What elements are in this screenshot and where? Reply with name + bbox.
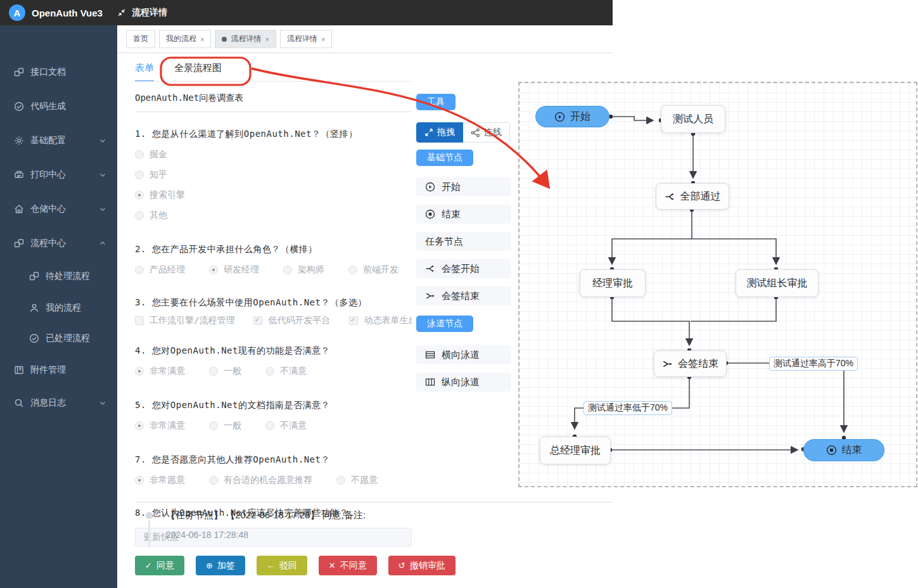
basic-nodes-badge: 基础节点 — [416, 150, 473, 166]
radio-icon — [135, 191, 144, 200]
timeline-date: 2024-06-18 17:28:48 — [166, 530, 248, 540]
question-label: 1. 您是从什么渠道了解到OpenAuth.Net？（竖排） — [135, 129, 415, 140]
revoke-approval-button[interactable]: ↺撤销审批 — [388, 556, 456, 575]
tag-home[interactable]: 首页 — [126, 30, 155, 48]
radio-option[interactable]: 非常满意 — [135, 420, 185, 431]
tag-flow-detail-active[interactable]: 流程详情× — [215, 30, 276, 48]
agree-button[interactable]: ✓同意 — [135, 556, 184, 575]
close-icon[interactable]: × — [200, 35, 204, 43]
sidebar-item-pending-flows[interactable]: 待处理流程 — [0, 267, 117, 285]
radio-option[interactable]: 非常愿意 — [135, 475, 185, 486]
sidebar-item-codegen[interactable]: 代码生成 — [0, 98, 117, 115]
palette-horizontal-lane[interactable]: 横向泳道 — [416, 345, 511, 364]
radio-option[interactable]: 一般 — [209, 420, 241, 431]
flow-canvas[interactable]: 开始 测试人员 全部通过 经理审批 测试组长审批 会签结束 总经理审批 结束 测… — [518, 82, 917, 487]
question-options: 工作流引擎/流程管理 低代码开发平台 动态表单生成 — [135, 315, 415, 326]
tab-flow-diagram[interactable]: 全景流程图 — [174, 62, 222, 82]
flow-node-manager-approve[interactable]: 经理审批 — [580, 269, 646, 297]
radio-option[interactable]: 其他 — [135, 210, 415, 221]
radio-option[interactable]: 架构师 — [283, 264, 324, 276]
connect-mode-button[interactable]: 连线 — [463, 122, 510, 143]
flow-node-tester[interactable]: 测试人员 — [661, 105, 725, 133]
radio-icon — [135, 170, 144, 179]
palette-start-node[interactable]: 开始 — [416, 177, 511, 196]
sidebar-item-processed-flows[interactable]: 已处理流程 — [0, 329, 117, 347]
sidebar-item-api-docs[interactable]: 接口文档 — [0, 63, 117, 81]
radio-option[interactable]: 产品经理 — [135, 264, 185, 276]
radio-option[interactable]: 研发经理 — [209, 264, 259, 276]
play-circle-icon — [554, 112, 565, 122]
sidebar-item-message-log[interactable]: 消息日志 — [0, 394, 117, 412]
merge-icon — [662, 359, 673, 369]
palette-task-node[interactable]: 任务节点 — [416, 232, 511, 251]
flow-node-end[interactable]: 结束 — [803, 439, 884, 461]
checkbox-icon — [253, 316, 262, 325]
checkbox-option[interactable]: 工作流引擎/流程管理 — [135, 315, 234, 326]
lane-nodes-badge: 泳道节点 — [416, 316, 473, 332]
radio-option[interactable]: 知乎 — [135, 169, 415, 181]
check-circle-icon — [14, 101, 24, 112]
close-icon[interactable]: × — [321, 35, 325, 43]
radio-icon — [135, 150, 144, 159]
book-icon — [14, 365, 24, 375]
palette-countersign-start[interactable]: 会签开始 — [416, 259, 511, 278]
undo-icon: ↺ — [398, 561, 405, 570]
sidebar-item-basic-config[interactable]: 基础配置 — [0, 132, 117, 150]
radio-icon — [135, 476, 144, 485]
x-icon: ✕ — [329, 561, 336, 570]
flow-edges — [518, 82, 917, 487]
radio-option[interactable]: 不满意 — [265, 366, 307, 377]
check-circle-icon — [29, 333, 39, 343]
radio-option[interactable]: 搜索引擎 — [135, 189, 415, 201]
radio-option[interactable]: 前端开发 — [348, 264, 398, 276]
radio-option[interactable]: 有合适的机会愿意推荐 — [209, 475, 312, 486]
close-icon[interactable]: × — [265, 35, 269, 43]
edge-label-pass-rate-high: 测试通过率高于70% — [769, 357, 858, 371]
arrow-left-icon: ← — [267, 561, 275, 570]
sidebar-item-my-flows[interactable]: 我的流程 — [0, 299, 117, 317]
form-title: OpenAuth.Net问卷调查表 — [135, 89, 415, 112]
radio-option[interactable]: 不愿意 — [336, 475, 378, 486]
tabs-divider — [135, 81, 412, 82]
reject-back-button[interactable]: ←驳回 — [257, 556, 307, 575]
flow-node-test-lead-approve[interactable]: 测试组长审批 — [736, 269, 819, 297]
radio-option[interactable]: 一般 — [209, 366, 241, 377]
tab-form[interactable]: 表单 — [135, 62, 154, 82]
radio-icon — [265, 421, 274, 430]
disagree-button[interactable]: ✕不同意 — [319, 556, 377, 575]
sidebar-item-attachments[interactable]: 附件管理 — [0, 361, 117, 379]
flow-node-all-pass[interactable]: 全部通过 — [656, 183, 729, 210]
tools-badge[interactable]: 工具 — [416, 94, 456, 110]
tag-my-flows[interactable]: 我的流程× — [159, 30, 211, 48]
timeline-entry: 【任务节点】 【2022-06-18 17:28】 同意,备注: — [166, 509, 366, 521]
chevron-down-icon — [99, 400, 106, 406]
radio-icon — [135, 421, 144, 430]
flow-node-countersign-end[interactable]: 会签结束 — [654, 350, 727, 377]
sidebar-item-flow-center[interactable]: 流程中心 — [0, 234, 117, 252]
checkbox-option[interactable]: 动态表单生成 — [349, 315, 415, 326]
sidebar-item-warehouse-center[interactable]: 仓储中心 — [0, 200, 117, 218]
drag-mode-button[interactable]: 拖拽 — [416, 122, 463, 143]
edge-label-pass-rate-low: 测试通过率低于70% — [583, 401, 672, 415]
gear-icon — [14, 136, 24, 146]
action-buttons: ✓同意 ⊕加签 ←驳回 ✕不同意 ↺撤销审批 — [135, 556, 456, 575]
countersign-add-button[interactable]: ⊕加签 — [196, 556, 245, 575]
sidebar-item-print-center[interactable]: 打印中心 — [0, 166, 117, 184]
palette-countersign-end[interactable]: 会签结束 — [416, 286, 511, 305]
palette-end-node[interactable]: 结束 — [416, 205, 511, 224]
survey-form: OpenAuth.Net问卷调查表 1. 您是从什么渠道了解到OpenAuth.… — [135, 89, 415, 547]
radio-option[interactable]: 不满意 — [265, 420, 307, 431]
radio-icon — [209, 367, 218, 376]
flow-node-gm-approve[interactable]: 总经理审批 — [540, 437, 611, 464]
plus-circle-icon: ⊕ — [206, 561, 213, 570]
radio-icon — [336, 476, 345, 485]
radio-option[interactable]: 掘金 — [135, 149, 415, 160]
tag-flow-detail[interactable]: 流程详情× — [280, 30, 332, 48]
checkbox-icon — [349, 316, 358, 325]
collapse-icon[interactable] — [117, 8, 127, 18]
palette-vertical-lane[interactable]: 纵向泳道 — [416, 373, 511, 392]
flow-node-start[interactable]: 开始 — [535, 106, 609, 127]
checkbox-option[interactable]: 低代码开发平台 — [253, 315, 330, 326]
radio-icon — [348, 265, 357, 274]
radio-option[interactable]: 非常满意 — [135, 366, 185, 377]
